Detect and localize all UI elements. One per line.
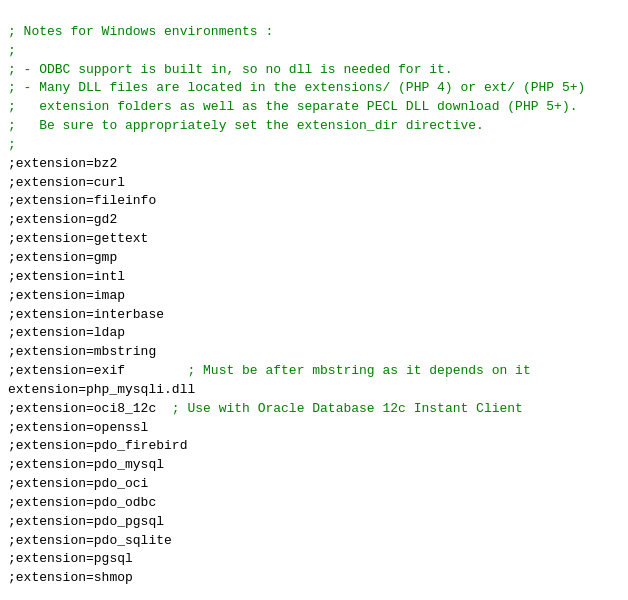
ext-pdo-firebird: ;extension=pdo_firebird [8, 438, 187, 453]
ext-fileinfo: ;extension=fileinfo [8, 193, 156, 208]
comment-line-2: ; [8, 43, 16, 58]
ext-bz2: ;extension=bz2 [8, 156, 117, 171]
ext-gettext: ;extension=gettext [8, 231, 148, 246]
ext-pdo-pgsql: ;extension=pdo_pgsql [8, 514, 164, 529]
comment-line-5: ; extension folders as well as the separ… [8, 99, 578, 114]
comment-line-7: ; [8, 137, 16, 152]
code-content: ; Notes for Windows environments : ; ; -… [8, 4, 620, 600]
ext-oci8: ;extension=oci8_12c ; Use with Oracle Da… [8, 401, 523, 416]
ext-gmp: ;extension=gmp [8, 250, 117, 265]
comment-line-3: ; - ODBC support is built in, so no dll … [8, 62, 453, 77]
ext-pdo-sqlite: ;extension=pdo_sqlite [8, 533, 172, 548]
ext-openssl: ;extension=openssl [8, 420, 148, 435]
comment-line-1: ; Notes for Windows environments : [8, 24, 273, 39]
ext-pgsql: ;extension=pgsql [8, 551, 133, 566]
comment-line-4: ; - Many DLL files are located in the ex… [8, 80, 585, 95]
ext-interbase: ;extension=interbase [8, 307, 164, 322]
comment-line-6: ; Be sure to appropriately set the exten… [8, 118, 484, 133]
ext-mbstring: ;extension=mbstring [8, 344, 156, 359]
ext-imap: ;extension=imap [8, 288, 125, 303]
ext-ldap: ;extension=ldap [8, 325, 125, 340]
ext-pdo-odbc: ;extension=pdo_odbc [8, 495, 156, 510]
ext-pdo-mysql: ;extension=pdo_mysql [8, 457, 164, 472]
ext-intl: ;extension=intl [8, 269, 125, 284]
exif-comment: ; Must be after mbstring as it depends o… [125, 363, 531, 378]
oci8-comment: ; Use with Oracle Database 12c Instant C… [156, 401, 523, 416]
ext-shmop: ;extension=shmop [8, 570, 133, 585]
ext-mysqli: extension=php_mysqli.dll [8, 382, 195, 397]
ext-exif: ;extension=exif ; Must be after mbstring… [8, 363, 531, 378]
ext-gd2: ;extension=gd2 [8, 212, 117, 227]
ext-pdo-oci: ;extension=pdo_oci [8, 476, 148, 491]
ext-curl: ;extension=curl [8, 175, 125, 190]
